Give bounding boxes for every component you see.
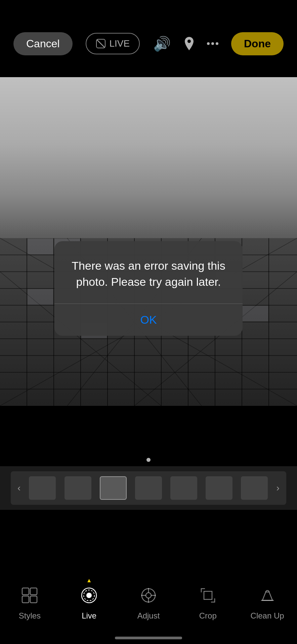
modal-overlay: There was an error saving this photo. Pl…: [0, 0, 297, 644]
error-dialog: There was an error saving this photo. Pl…: [54, 241, 243, 335]
modal-message-area: There was an error saving this photo. Pl…: [54, 241, 243, 303]
modal-ok-button[interactable]: OK: [54, 304, 243, 336]
modal-text: There was an error saving this photo. Pl…: [71, 258, 226, 290]
